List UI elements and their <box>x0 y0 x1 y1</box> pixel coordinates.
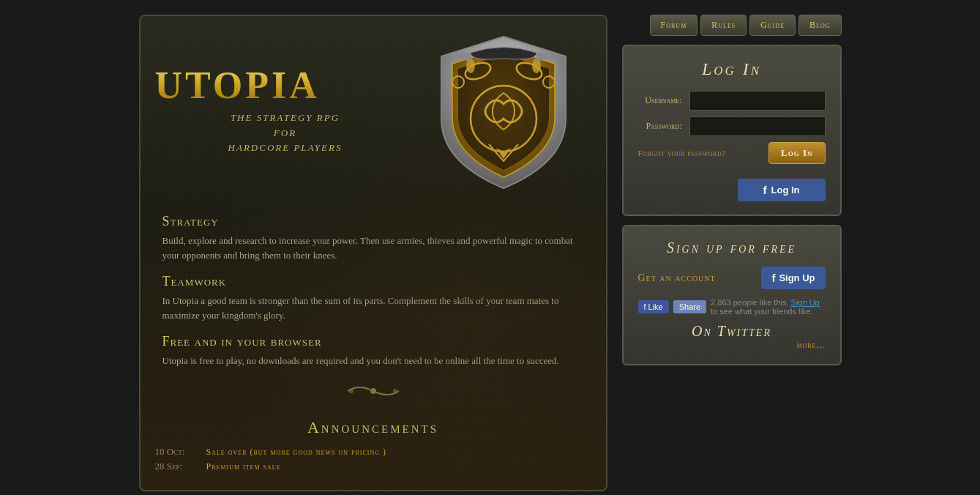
login-box: Log In Username: Password: Forgot your p… <box>622 45 842 216</box>
password-label: Password: <box>638 121 689 132</box>
facebook-share-button[interactable]: Share <box>673 300 706 313</box>
svg-point-7 <box>370 388 376 394</box>
announcement-row-2: 28 Sep: Premium item sale <box>155 461 591 472</box>
logo-subtitle: The Strategy RPG for Hardcore Players <box>155 111 416 156</box>
password-row: Password: <box>638 116 826 136</box>
fb-signup-label: Sign Up <box>779 272 815 283</box>
login-title: Log In <box>638 59 826 79</box>
signup-title: Sign up for free <box>638 239 826 256</box>
announcement-row-1: 10 Oct: Sale over (but more good news on… <box>155 446 591 458</box>
shield-area <box>416 31 591 192</box>
username-input[interactable] <box>689 91 826 111</box>
section-strategy-text: Build, explore and research to increase … <box>162 234 584 262</box>
ann-date-2: 28 Sep: <box>155 461 206 472</box>
main-panel: UTOPIA The Strategy RPG for Hardcore Pla… <box>139 15 607 491</box>
fb-like-count: 2,863 people like this. Sign Up to see w… <box>711 298 825 316</box>
username-row: Username: <box>638 91 826 111</box>
ornament-divider <box>155 380 591 406</box>
shield-emblem <box>430 31 577 192</box>
forgot-row: Forgot your password? Log In <box>638 142 826 164</box>
ornament-svg <box>344 380 403 402</box>
svg-point-9 <box>393 389 397 393</box>
header-area: UTOPIA The Strategy RPG for Hardcore Pla… <box>155 31 591 192</box>
section-teamwork-title: Teamwork <box>162 274 584 289</box>
section-free-text: Utopia is free to play, no downloads are… <box>162 354 584 368</box>
section-strategy-title: Strategy <box>162 214 584 229</box>
right-sidebar: Forum Rules Guide Blog Log In Username: … <box>622 15 842 491</box>
get-account-text: Get an account <box>638 272 716 284</box>
top-nav: Forum Rules Guide Blog <box>622 15 842 36</box>
announcements-title: Announcements <box>155 418 591 437</box>
ann-text-1[interactable]: Sale over (but more good news on pricing… <box>206 447 386 458</box>
signup-link[interactable]: Sign Up <box>791 298 820 307</box>
ann-date-1: 10 Oct: <box>155 446 206 458</box>
blog-button[interactable]: Blog <box>798 15 841 36</box>
facebook-icon: f <box>763 184 767 196</box>
fb-like-row: f Like Share 2,863 people like this. Sig… <box>638 298 826 316</box>
rules-button[interactable]: Rules <box>700 15 747 36</box>
signup-box: Sign up for free Get an account f Sign U… <box>622 225 842 365</box>
facebook-like-button[interactable]: f Like <box>638 300 669 313</box>
fb-like-label: Like <box>648 302 663 311</box>
forum-button[interactable]: Forum <box>650 15 698 36</box>
twitter-title: On Twitter <box>638 323 826 340</box>
svg-point-8 <box>349 389 354 393</box>
fb-signup-icon: f <box>771 272 775 284</box>
password-input[interactable] <box>689 116 826 136</box>
forgot-password-link[interactable]: Forgot your password? <box>638 149 726 157</box>
logo-title: UTOPIA <box>155 67 416 105</box>
more-link[interactable]: more... <box>638 340 826 351</box>
facebook-signup-button[interactable]: f Sign Up <box>761 267 825 289</box>
facebook-login-button[interactable]: f Log In <box>738 179 826 201</box>
fb-like-icon: f <box>644 302 646 311</box>
section-free-title: Free and in your browser <box>162 334 584 349</box>
username-label: Username: <box>638 95 689 106</box>
fb-login-label: Log In <box>771 185 800 196</box>
login-button[interactable]: Log In <box>768 142 825 164</box>
announcements-list: 10 Oct: Sale over (but more good news on… <box>155 446 591 472</box>
twitter-section: On Twitter more... <box>638 323 826 351</box>
ann-text-2[interactable]: Premium item sale <box>206 461 281 472</box>
logo-text-area: UTOPIA The Strategy RPG for Hardcore Pla… <box>155 67 416 156</box>
signup-row: Get an account f Sign Up <box>638 267 826 289</box>
guide-button[interactable]: Guide <box>749 15 796 36</box>
section-teamwork-text: In Utopia a good team is stronger than t… <box>162 294 584 322</box>
content-sections: Strategy Build, explore and research to … <box>155 214 591 368</box>
